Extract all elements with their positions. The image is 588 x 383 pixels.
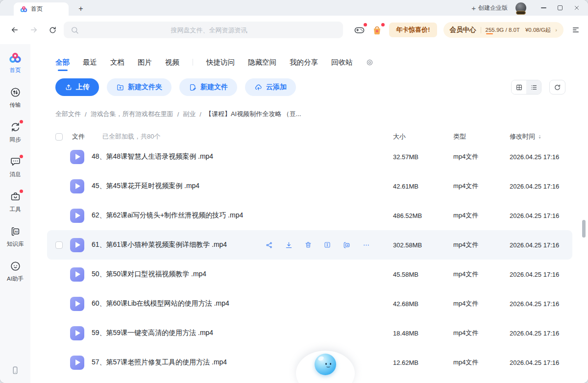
sidebar-item-messages[interactable]: 消息 (9, 155, 22, 178)
knowledge-icon: AI (9, 225, 22, 238)
record-icon[interactable] (366, 59, 373, 66)
sidebar-item-transfer[interactable]: 传输 (9, 86, 22, 109)
rewards-button[interactable] (371, 24, 383, 36)
tab-quick-access[interactable]: 快捷访问 (206, 58, 235, 67)
delete-button[interactable] (304, 241, 312, 249)
reload-button[interactable] (49, 26, 57, 34)
sidebar-item-tools[interactable]: 工具 (9, 190, 22, 213)
rename-icon (323, 241, 331, 249)
main-menu-button[interactable] (571, 25, 580, 34)
back-button[interactable] (10, 25, 19, 34)
close-icon (574, 5, 580, 11)
rename-button[interactable] (323, 241, 331, 249)
breadcrumb-item[interactable]: 游戏合集，所有游戏都在里面 (91, 110, 173, 119)
sidebar-item-home[interactable]: 首页 (9, 51, 22, 74)
create-enterprise-button[interactable]: + 创建企业版 (471, 4, 508, 12)
search-input[interactable] (82, 26, 336, 34)
notification-dot (364, 23, 367, 26)
more-button[interactable] (362, 241, 370, 249)
video-file-icon (70, 179, 84, 193)
plus-icon: + (471, 4, 476, 12)
minimize-button[interactable] (535, 1, 552, 15)
list-view-button[interactable] (526, 80, 541, 94)
table-row[interactable]: 62、第62课ai写分镜头+制作丝滑视频的技巧 .mp4 AI (47, 201, 572, 230)
ai-parse-icon: AI (343, 241, 351, 249)
video-file-icon (70, 356, 84, 370)
file-modified: 2026.04.25 17:16 (510, 212, 572, 219)
transfer-icon (9, 86, 22, 98)
scrollbar-thumb[interactable] (582, 220, 586, 238)
table-row[interactable]: 45、第45课花开延时视频案例 .mp4 AI (47, 171, 572, 201)
table-header: 文件 已全部加载，共80个 大小 类型 修改时间 (47, 131, 572, 142)
video-file-icon (70, 209, 84, 223)
tab-my-shares[interactable]: 我的分享 (290, 58, 318, 67)
toolbar: 年卡惊喜价! 会员中心 255.9G / 8.0T ¥0.08/G起 › (0, 16, 588, 44)
file-type: mp4文件 (453, 182, 510, 191)
maximize-button[interactable] (552, 1, 568, 15)
tab-all[interactable]: 全部 (55, 58, 70, 67)
upload-button[interactable]: 上传 (55, 78, 99, 96)
table-row[interactable]: 50、第50课对口型祝福视频教学 .mp4 AI (47, 260, 572, 289)
file-name: 50、第50课对口型祝福视频教学 .mp4 (92, 270, 206, 279)
games-button[interactable] (354, 24, 365, 36)
cloud-add-button[interactable]: 云添加 (245, 78, 296, 96)
sidebar-item-knowledge[interactable]: AI 知识库 (7, 225, 24, 248)
phone-icon (10, 365, 20, 375)
grid-view-icon (515, 84, 523, 91)
tab-recycle-bin[interactable]: 回收站 (331, 58, 353, 67)
new-file-button[interactable]: 新建文件 (179, 78, 237, 96)
tab-recent[interactable]: 最近 (83, 58, 97, 67)
table-row[interactable]: 60、第60课Lib在线模型网站的使用方法 .mp4 AI (47, 289, 572, 318)
file-name: 57、第57课老照片修复工具的使用方法 .mp4 (92, 358, 227, 367)
tab-documents[interactable]: 文档 (110, 58, 124, 67)
avatar[interactable] (515, 2, 526, 13)
file-size: 302.58MB (393, 241, 453, 249)
grid-view-button[interactable] (512, 80, 526, 94)
row-checkbox[interactable] (55, 241, 63, 249)
select-all-checkbox[interactable] (55, 133, 63, 141)
actions-row: 上传 新建文件夹 新建文件 云添加 (30, 78, 588, 96)
new-folder-button[interactable]: 新建文件夹 (107, 78, 172, 96)
download-button[interactable] (285, 241, 293, 249)
ai-assistant-ball[interactable] (315, 354, 336, 375)
search-bar[interactable] (64, 22, 343, 38)
sidebar: 首页 传输 同步 消息 工具 AI (0, 44, 30, 383)
sidebar-item-sync[interactable]: 同步 (9, 120, 22, 144)
message-icon (9, 155, 22, 168)
mobile-app-button[interactable] (10, 365, 20, 375)
new-folder-icon (116, 83, 124, 92)
breadcrumb-item[interactable]: 全部文件 (55, 110, 81, 119)
close-button[interactable] (568, 1, 585, 15)
table-row[interactable]: 59、第59课一键变高清的使用方法 .mp4 AI (47, 318, 572, 348)
download-icon (285, 241, 293, 249)
refresh-icon (554, 84, 561, 91)
member-center-button[interactable]: 会员中心 255.9G / 8.0T ¥0.08/G起 › (443, 22, 564, 38)
forward-button[interactable] (29, 25, 38, 34)
file-name: 48、第48课智慧人生语录视频案例 .mp4 (92, 152, 213, 161)
tab-pictures[interactable]: 图片 (138, 58, 152, 67)
sort-icon (537, 134, 542, 140)
column-modified[interactable]: 修改时间 (510, 132, 572, 141)
table-row[interactable]: 61、第61课小猫种菜视频案例详细教学 .mp4 AI (47, 230, 572, 260)
breadcrumb-item[interactable]: 副业 (183, 110, 196, 119)
file-modified: 2026.04.25 17:16 (510, 359, 572, 366)
ai-parse-button[interactable]: AI (343, 241, 351, 249)
refresh-list-button[interactable] (549, 80, 565, 95)
table-row[interactable]: 48、第48课智慧人生语录视频案例 .mp4 AI (47, 142, 572, 171)
back-icon (10, 25, 19, 34)
file-type: mp4文件 (453, 329, 510, 337)
browser-tab-home[interactable]: 首页 (14, 2, 69, 16)
column-type: 类型 (453, 132, 510, 141)
menu-icon (571, 25, 580, 34)
column-size: 大小 (393, 132, 453, 141)
tab-hidden-space[interactable]: 隐藏空间 (248, 58, 276, 67)
netdisk-logo (9, 51, 22, 64)
tab-videos[interactable]: 视频 (165, 58, 179, 67)
share-button[interactable] (265, 241, 273, 249)
cloud-add-icon (254, 83, 263, 92)
reload-icon (49, 26, 57, 34)
sidebar-item-ai-assistant[interactable]: AI助手 (7, 260, 24, 283)
new-tab-button[interactable]: + (75, 3, 87, 15)
promo-button[interactable]: 年卡惊喜价! (389, 23, 437, 37)
breadcrumb-separator: / (199, 111, 201, 118)
